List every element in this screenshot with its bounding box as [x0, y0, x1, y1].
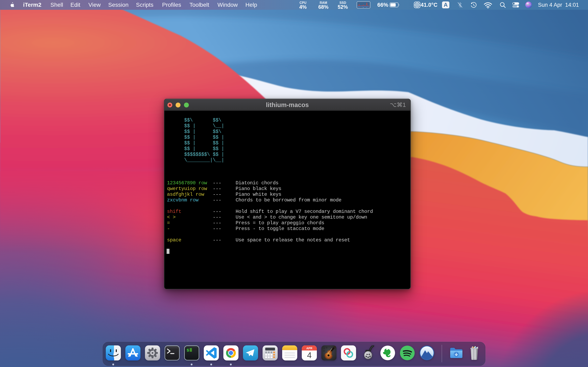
svg-text:$: $ — [187, 348, 189, 353]
svg-text:APR: APR — [306, 347, 312, 350]
svg-text:4: 4 — [307, 351, 311, 360]
